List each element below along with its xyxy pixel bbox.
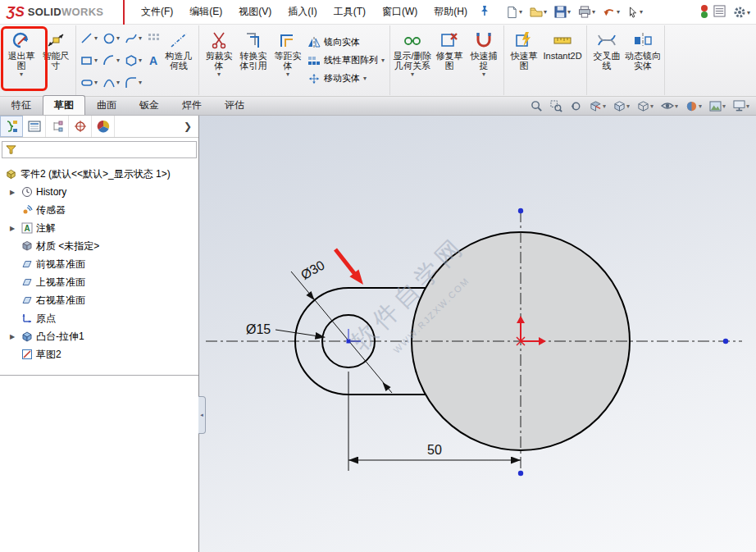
chevron-down-icon[interactable]: ▾	[116, 79, 120, 86]
chevron-down-icon[interactable]: ▾	[675, 103, 678, 110]
mirror-entities-button[interactable]: 镜向实体	[305, 35, 387, 49]
display-delete-relations-button[interactable]: 显示/删除几何关系 ▾	[393, 26, 432, 95]
featuremanager-tab[interactable]	[0, 116, 23, 137]
task-pane-icon[interactable]	[713, 5, 726, 20]
print-button[interactable]: ▾	[576, 4, 598, 20]
chevron-down-icon[interactable]: ▾	[650, 103, 654, 110]
chevron-down-icon[interactable]: ▾	[544, 8, 547, 16]
menu-item-view[interactable]: 视图(V)	[230, 0, 280, 24]
panel-collapse-handle[interactable]: ◂	[198, 396, 206, 434]
options-gear-button[interactable]: ▾	[731, 4, 753, 21]
chevron-down-icon[interactable]: ▾	[640, 8, 643, 16]
sketch-canvas[interactable]: 软件自学网 WWW.RJZXW.COM Ø30 Ø15	[199, 116, 756, 552]
intersection-curve-button[interactable]: 交叉曲线	[590, 26, 624, 95]
chevron-down-icon[interactable]: ▾	[139, 34, 142, 42]
chevron-down-icon[interactable]: ▾	[699, 103, 702, 110]
trim-entities-button[interactable]: 剪裁实体 ▾	[202, 26, 236, 95]
chevron-down-icon[interactable]: ▾	[116, 34, 120, 42]
linear-sketch-pattern-button[interactable]: 线性草图阵列 ▾	[305, 53, 387, 67]
view-settings-button[interactable]: ▾	[733, 100, 749, 112]
tree-filter-input[interactable]	[20, 143, 196, 157]
pin-menu-icon[interactable]	[479, 5, 490, 19]
chevron-down-icon[interactable]: ▾	[381, 57, 385, 64]
tree-item-sensors[interactable]: 传感器	[0, 201, 198, 219]
apply-scene-button[interactable]: ▾	[709, 101, 726, 112]
propertymanager-tab[interactable]	[23, 116, 46, 137]
chevron-down-icon[interactable]: ▾	[94, 79, 98, 86]
tree-item-right-plane[interactable]: 右视基准面	[0, 291, 198, 309]
tree-item-sketch2[interactable]: 草图2	[0, 345, 198, 363]
circle-tool-button[interactable]: ▾	[101, 29, 121, 48]
undo-button[interactable]: ▾	[600, 4, 622, 20]
edit-appearance-button[interactable]: ▾	[685, 100, 702, 112]
zoom-area-button[interactable]	[550, 100, 562, 112]
menu-item-help[interactable]: 帮助(H)	[426, 0, 476, 24]
dimxpertmanager-tab[interactable]	[69, 116, 92, 137]
fillet-tool-button[interactable]: ▾	[123, 73, 143, 93]
chevron-down-icon[interactable]: ▾	[722, 103, 726, 110]
chevron-down-icon[interactable]: ▾	[20, 71, 23, 78]
expand-arrow-icon[interactable]: ▶	[10, 189, 18, 196]
chevron-down-icon[interactable]: ▾	[592, 8, 595, 16]
chevron-down-icon[interactable]: ▾	[139, 79, 142, 86]
chevron-down-icon[interactable]: ▾	[94, 57, 98, 64]
chevron-down-icon[interactable]: ▾	[411, 71, 414, 78]
tree-item-origin[interactable]: 原点	[0, 309, 198, 327]
tree-item-front-plane[interactable]: 前视基准面	[0, 255, 198, 273]
arc-tool-button[interactable]: ▾	[101, 51, 121, 71]
chevron-down-icon[interactable]: ▾	[617, 8, 620, 16]
offset-entities-button[interactable]: 等距实体 ▾	[271, 26, 305, 95]
rectangle-tool-button[interactable]: ▾	[79, 51, 99, 71]
tree-item-history[interactable]: ▶ History	[0, 183, 198, 201]
displaymanager-tab[interactable]	[92, 116, 115, 137]
tab-weldments[interactable]: 焊件	[171, 95, 213, 115]
panel-flyout-chevron[interactable]: ❯	[177, 116, 198, 137]
previous-view-button[interactable]	[570, 100, 582, 112]
tab-sheet-metal[interactable]: 钣金	[128, 95, 171, 115]
expand-arrow-icon[interactable]: ▶	[10, 225, 18, 232]
move-entities-button[interactable]: 移动实体 ▾	[305, 71, 387, 85]
tree-item-boss-extrude1[interactable]: ▶ 凸台-拉伸1	[0, 327, 198, 345]
repair-sketch-button[interactable]: 修复草图	[432, 26, 467, 95]
menu-item-window[interactable]: 窗口(W)	[374, 0, 426, 24]
tree-item-top-plane[interactable]: 上视基准面	[0, 273, 198, 291]
tree-item-part-root[interactable]: 零件2 (默认<<默认>_显示状态 1>)	[0, 165, 198, 183]
select-cursor-button[interactable]: ▾	[625, 4, 645, 21]
chevron-down-icon[interactable]: ▾	[139, 57, 142, 64]
hide-show-items-button[interactable]: ▾	[661, 100, 678, 112]
chevron-down-icon[interactable]: ▾	[567, 8, 571, 16]
sketch-pattern-button[interactable]	[145, 29, 162, 48]
configurationmanager-tab[interactable]	[46, 116, 69, 137]
chevron-down-icon[interactable]: ▾	[746, 103, 749, 110]
tree-item-annotations[interactable]: ▶ A 注解	[0, 219, 198, 237]
exit-sketch-button[interactable]: 退出草图 ▾	[4, 26, 39, 95]
quick-snaps-button[interactable]: 快速捕捉 ▾	[467, 26, 501, 95]
menu-item-insert[interactable]: 插入(I)	[280, 0, 325, 24]
save-button[interactable]: ▾	[552, 4, 573, 20]
tab-evaluate[interactable]: 评估	[213, 95, 256, 115]
chevron-down-icon[interactable]: ▾	[626, 103, 630, 110]
tree-item-material[interactable]: 材质 <未指定>	[0, 237, 198, 255]
centerline-endpoint[interactable]	[518, 471, 523, 476]
tab-features[interactable]: 特征	[0, 95, 43, 115]
dimension-diameter-15[interactable]: Ø15	[246, 322, 325, 337]
chevron-down-icon[interactable]: ▾	[363, 75, 367, 82]
conic-tool-button[interactable]: ▾	[101, 73, 121, 93]
polygon-tool-button[interactable]: ▾	[123, 51, 143, 71]
line-tool-button[interactable]: ▾	[79, 29, 99, 48]
tab-surfaces[interactable]: 曲面	[85, 95, 128, 115]
text-tool-button[interactable]: A	[145, 51, 162, 71]
panel-splitter[interactable]	[0, 375, 198, 376]
expand-arrow-icon[interactable]: ▶	[10, 333, 18, 340]
rapid-sketch-button[interactable]: 快速草图	[507, 26, 541, 95]
tab-sketch[interactable]: 草图	[43, 95, 85, 115]
chevron-down-icon[interactable]: ▾	[94, 34, 98, 42]
chevron-down-icon[interactable]: ▾	[116, 57, 120, 64]
performance-indicator-icon[interactable]	[700, 4, 708, 21]
centerline-endpoint[interactable]	[723, 339, 728, 344]
dynamic-mirror-button[interactable]: 动态镜向实体	[624, 26, 662, 95]
chevron-down-icon[interactable]: ▾	[217, 71, 221, 78]
graphics-area[interactable]: 软件自学网 WWW.RJZXW.COM Ø30 Ø15	[199, 116, 756, 552]
filter-funnel-icon[interactable]	[6, 144, 16, 155]
chevron-down-icon[interactable]: ▾	[286, 71, 289, 78]
